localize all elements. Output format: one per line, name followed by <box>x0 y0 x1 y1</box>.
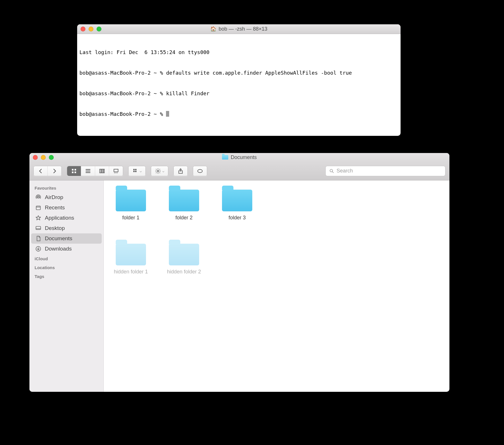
recents-icon <box>35 204 42 211</box>
icon-view-button[interactable] <box>67 166 81 176</box>
action-button-group: ⌵ <box>151 166 168 176</box>
terminal-line: Last login: Fri Dec 6 13:55:24 on ttys00… <box>79 49 398 56</box>
share-button-group <box>173 166 188 176</box>
svg-rect-2 <box>72 171 73 173</box>
finder-toolbar: ⌵ ⌵ <box>29 162 449 180</box>
column-view-button[interactable] <box>95 166 109 176</box>
finder-titlebar[interactable]: Documents <box>29 153 449 162</box>
terminal-titlebar[interactable]: 🏠 bob — -zsh — 88×13 <box>77 24 401 34</box>
svg-rect-1 <box>75 169 76 170</box>
svg-rect-9 <box>115 172 116 173</box>
svg-rect-12 <box>135 169 137 170</box>
sidebar-item-airdrop[interactable]: AirDrop <box>29 192 103 202</box>
sidebar-header-tags[interactable]: Tags <box>29 272 103 281</box>
back-button[interactable] <box>34 166 48 176</box>
svg-point-15 <box>157 170 159 172</box>
list-icon <box>85 168 91 174</box>
svg-rect-20 <box>36 227 41 230</box>
chevron-right-icon <box>51 168 58 174</box>
arrange-button-group: ⌵ <box>128 166 146 176</box>
terminal-line: bob@asass-MacBook-Pro-2 ~ % defaults wri… <box>79 69 398 76</box>
terminal-title: bob — -zsh — 88×13 <box>219 26 267 32</box>
sidebar-item-label: Recents <box>45 204 65 211</box>
tag-icon <box>197 168 203 174</box>
folder-item[interactable]: folder 3 <box>217 190 257 221</box>
folder-icon <box>222 190 252 211</box>
close-button[interactable] <box>81 27 85 31</box>
desktop-icon <box>35 225 42 231</box>
terminal-line: bob@asass-MacBook-Pro-2 ~ % killall Find… <box>79 90 398 97</box>
grid-small-icon <box>132 168 139 174</box>
columns-icon <box>99 168 105 174</box>
sidebar-item-recents[interactable]: Recents <box>29 202 103 213</box>
svg-rect-4 <box>100 169 101 173</box>
tags-button-group <box>193 166 207 176</box>
sidebar-item-documents[interactable]: Documents <box>31 233 102 244</box>
sidebar-header-locations[interactable]: Locations <box>29 263 103 272</box>
nav-buttons <box>33 166 62 176</box>
svg-rect-19 <box>36 206 41 210</box>
folder-item-hidden[interactable]: hidden folder 1 <box>111 244 151 275</box>
terminal-line: bob@asass-MacBook-Pro-2 ~ % <box>79 111 398 118</box>
svg-rect-8 <box>114 172 115 173</box>
airdrop-icon <box>35 194 42 200</box>
svg-rect-10 <box>117 172 118 173</box>
folder-item[interactable]: folder 1 <box>111 190 151 221</box>
view-buttons <box>67 166 123 176</box>
share-icon <box>177 168 184 174</box>
close-button[interactable] <box>33 155 38 160</box>
arrange-button[interactable]: ⌵ <box>129 166 145 176</box>
sidebar-item-label: Applications <box>45 215 74 221</box>
folder-label: folder 1 <box>122 215 139 221</box>
forward-button[interactable] <box>48 166 61 176</box>
minimize-button[interactable] <box>89 27 93 31</box>
folder-icon <box>116 190 146 211</box>
gallery-view-button[interactable] <box>109 166 123 176</box>
sidebar-header-icloud[interactable]: iCloud <box>29 254 103 263</box>
svg-rect-14 <box>135 171 137 172</box>
share-button[interactable] <box>174 166 187 176</box>
finder-window: Documents <box>29 153 449 392</box>
sidebar-header-favourites[interactable]: Favourites <box>29 183 103 192</box>
action-button[interactable]: ⌵ <box>151 166 168 176</box>
chevron-down-icon: ⌵ <box>140 169 142 173</box>
minimize-button[interactable] <box>41 155 46 160</box>
sidebar-item-desktop[interactable]: Desktop <box>29 223 103 233</box>
folder-label: hidden folder 1 <box>114 269 148 275</box>
list-view-button[interactable] <box>81 166 95 176</box>
terminal-cursor <box>166 111 169 117</box>
home-icon: 🏠 <box>210 26 216 32</box>
gear-icon <box>155 168 161 174</box>
svg-rect-11 <box>133 169 135 170</box>
folder-icon <box>169 244 199 265</box>
documents-icon <box>35 235 42 242</box>
sidebar-item-downloads[interactable]: Downloads <box>29 244 103 254</box>
zoom-button[interactable] <box>97 27 101 31</box>
sidebar-item-label: Downloads <box>45 246 72 252</box>
svg-rect-5 <box>101 169 103 173</box>
finder-title: Documents <box>231 154 257 160</box>
search-input[interactable] <box>337 168 442 174</box>
search-field[interactable] <box>325 166 445 176</box>
terminal-window: 🏠 bob — -zsh — 88×13 Last login: Fri Dec… <box>77 24 401 136</box>
folder-label: hidden folder 2 <box>167 269 201 275</box>
folder-icon <box>169 190 199 211</box>
sidebar-item-applications[interactable]: Applications <box>29 213 103 223</box>
sidebar-item-label: Documents <box>45 235 72 242</box>
folder-icon <box>116 244 146 265</box>
zoom-button[interactable] <box>49 155 54 160</box>
svg-rect-6 <box>103 169 105 173</box>
svg-rect-0 <box>72 169 73 170</box>
terminal-body[interactable]: Last login: Fri Dec 6 13:55:24 on ttys00… <box>77 34 401 132</box>
folder-label: folder 3 <box>229 215 246 221</box>
finder-sidebar: Favourites AirDrop Recents Applications … <box>29 180 104 392</box>
svg-rect-3 <box>75 171 76 173</box>
svg-point-18 <box>37 196 39 198</box>
folder-item-hidden[interactable]: hidden folder 2 <box>164 244 204 275</box>
finder-content[interactable]: folder 1 folder 2 folder 3 hidden folder… <box>104 180 449 392</box>
folder-label: folder 2 <box>175 215 193 221</box>
tags-button[interactable] <box>193 166 207 176</box>
folder-item[interactable]: folder 2 <box>164 190 204 221</box>
sidebar-item-label: Desktop <box>45 225 65 231</box>
svg-rect-13 <box>133 171 135 172</box>
